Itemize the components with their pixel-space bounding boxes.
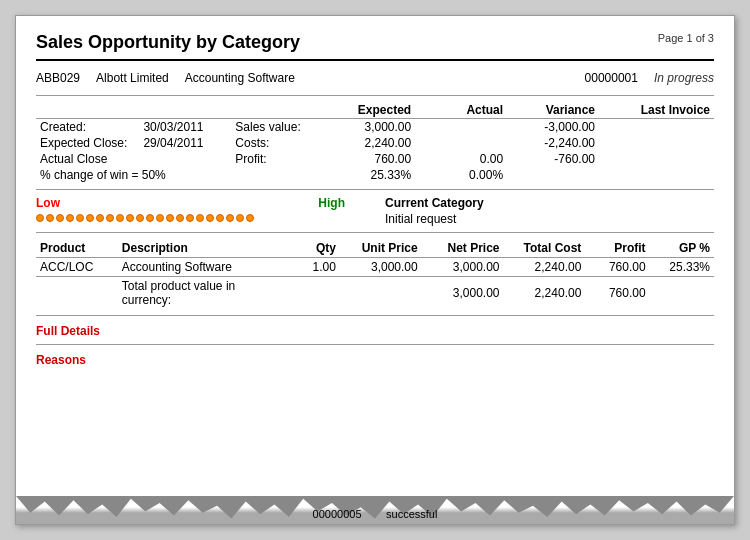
page-number: Page 1 of 3 (658, 32, 714, 44)
total-gp-pct (650, 277, 714, 310)
rating-dot (46, 214, 54, 222)
costs-actual (415, 135, 507, 151)
rating-dot (146, 214, 154, 222)
header-divider (36, 59, 714, 61)
page-title: Sales Opportunity by Category (36, 32, 300, 53)
product-profit: 760.00 (585, 258, 649, 277)
rating-dot (96, 214, 104, 222)
total-net-price: 3,000.00 (422, 277, 504, 310)
sales-actual (415, 119, 507, 136)
sales-variance: -3,000.00 (507, 119, 599, 136)
products-header-row: Product Description Qty Unit Price Net P… (36, 239, 714, 258)
rating-dot (236, 214, 244, 222)
product-description: Accounting Software (118, 258, 282, 277)
col-variance: Variance (507, 102, 599, 119)
rating-dot (106, 214, 114, 222)
sales-last-invoice (599, 119, 714, 136)
costs-label: Costs: (231, 135, 323, 151)
costs-row: Expected Close: 29/04/2011 Costs: 2,240.… (36, 135, 714, 151)
rating-dot (86, 214, 94, 222)
expected-close-label: Expected Close: (36, 135, 139, 151)
product-unit-price: 3,000.00 (340, 258, 422, 277)
col-blank3 (231, 102, 323, 119)
th-unit-price: Unit Price (340, 239, 422, 258)
total-row: Total product value in currency: 3,000.0… (36, 277, 714, 310)
rating-dot (136, 214, 144, 222)
th-product: Product (36, 239, 118, 258)
rating-dot (166, 214, 174, 222)
costs-variance: -2,240.00 (507, 135, 599, 151)
pct-variance (507, 167, 599, 183)
reasons-title: Reasons (36, 353, 714, 367)
pct-change-label: % change of win = 50% (36, 167, 323, 183)
rating-dot (76, 214, 84, 222)
sales-row: Created: 30/03/2011 Sales value: 3,000.0… (36, 119, 714, 136)
profit-last-invoice (599, 151, 714, 167)
dots-row (36, 214, 365, 222)
th-total-cost: Total Cost (504, 239, 586, 258)
rating-dot (176, 214, 184, 222)
sales-value-label: Sales value: (231, 119, 323, 136)
rating-section: Low High Current Category Initial reques… (36, 196, 714, 226)
rating-dot (56, 214, 64, 222)
section-divider-2 (36, 189, 714, 190)
total-qty (281, 277, 339, 310)
rating-dot (186, 214, 194, 222)
product-code: ACC/LOC (36, 258, 118, 277)
section-divider-4 (36, 315, 714, 316)
product-total-cost: 2,240.00 (504, 258, 586, 277)
actual-close-label: Actual Close (36, 151, 139, 167)
th-net-price: Net Price (422, 239, 504, 258)
section-divider-3 (36, 232, 714, 233)
rating-dot (156, 214, 164, 222)
profit-expected: 760.00 (323, 151, 415, 167)
total-unit-price (340, 277, 422, 310)
low-high-row: Low High (36, 196, 365, 210)
footer-suffix: successful (386, 508, 437, 520)
rating-dot (126, 214, 134, 222)
product-gp-pct: 25.33% (650, 258, 714, 277)
current-category-value: Initial request (385, 212, 714, 226)
total-blank (36, 277, 118, 310)
th-description: Description (118, 239, 282, 258)
total-label: Total product value in currency: (118, 277, 282, 310)
th-profit: Profit (585, 239, 649, 258)
current-category-label: Current Category (385, 196, 714, 210)
rating-dot (246, 214, 254, 222)
high-label: High (318, 196, 365, 210)
pct-actual: 0.00% (415, 167, 507, 183)
rating-left: Low High (36, 196, 365, 222)
costs-last-invoice (599, 135, 714, 151)
current-category-section: Current Category Initial request (365, 196, 714, 226)
summary-table: Expected Actual Variance Last Invoice Cr… (36, 102, 714, 183)
profit-label: Profit: (231, 151, 323, 167)
page-header: Sales Opportunity by Category Page 1 of … (36, 32, 714, 53)
th-qty: Qty (281, 239, 339, 258)
record-header: ABB029 Albott Limited Accounting Softwar… (36, 67, 714, 89)
col-blank1 (36, 102, 139, 119)
total-profit: 760.00 (585, 277, 649, 310)
expected-close-value: 29/04/2011 (139, 135, 231, 151)
record-category: Accounting Software (185, 71, 569, 85)
created-label: Created: (36, 119, 139, 136)
product-row: ACC/LOC Accounting Software 1.00 3,000.0… (36, 258, 714, 277)
actual-close-value (139, 151, 231, 167)
profit-row: Actual Close Profit: 760.00 0.00 -760.00 (36, 151, 714, 167)
profit-actual: 0.00 (415, 151, 507, 167)
pct-row: % change of win = 50% 25.33% 0.00% (36, 167, 714, 183)
rating-dot (66, 214, 74, 222)
full-details-title: Full Details (36, 324, 714, 338)
rating-dot (36, 214, 44, 222)
rating-dot (196, 214, 204, 222)
rating-dot (116, 214, 124, 222)
footer-id: 00000005 (313, 508, 362, 520)
record-name: Albott Limited (96, 71, 169, 85)
total-total-cost: 2,240.00 (504, 277, 586, 310)
rating-dot (216, 214, 224, 222)
profit-variance: -760.00 (507, 151, 599, 167)
record-ref: 00000001 (585, 71, 638, 85)
product-qty: 1.00 (281, 258, 339, 277)
product-net-price: 3,000.00 (422, 258, 504, 277)
low-label: Low (36, 196, 76, 210)
record-id: ABB029 (36, 71, 80, 85)
